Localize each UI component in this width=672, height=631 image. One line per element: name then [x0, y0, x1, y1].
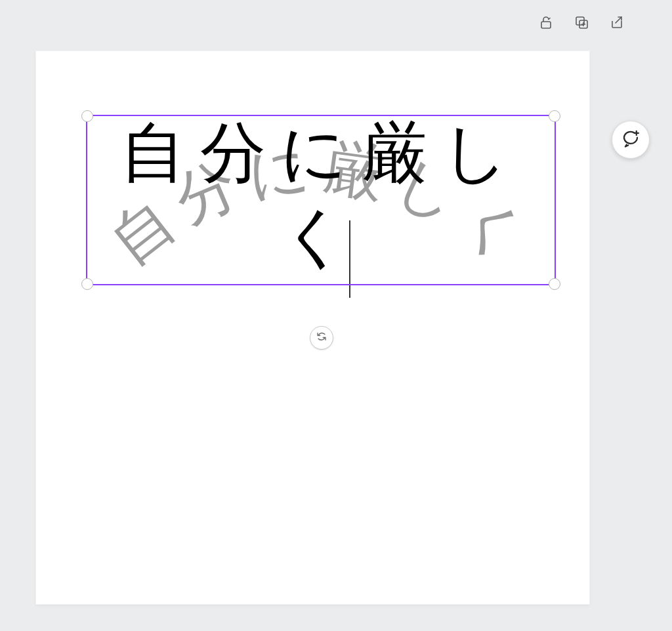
rotate-icon [316, 331, 327, 345]
selection-frame[interactable] [86, 115, 556, 285]
share-button[interactable] [608, 14, 626, 33]
comment-plus-icon [621, 129, 640, 151]
rotate-handle[interactable] [310, 326, 333, 350]
resize-handle-top-left[interactable] [81, 110, 93, 122]
resize-handle-bottom-right[interactable] [549, 278, 560, 290]
share-icon [609, 14, 625, 33]
resize-handle-top-right[interactable] [549, 110, 560, 122]
design-canvas[interactable]: 自分に厳しく 自分に厳しく [36, 51, 589, 604]
svg-rect-0 [541, 22, 551, 28]
unlock-button[interactable] [537, 14, 555, 33]
add-comment-button[interactable] [612, 121, 650, 159]
duplicate-plus-icon [574, 14, 589, 33]
top-toolbar [537, 14, 626, 33]
unlock-icon [538, 14, 554, 33]
resize-handle-bottom-left[interactable] [81, 278, 93, 290]
duplicate-button[interactable] [572, 14, 591, 33]
